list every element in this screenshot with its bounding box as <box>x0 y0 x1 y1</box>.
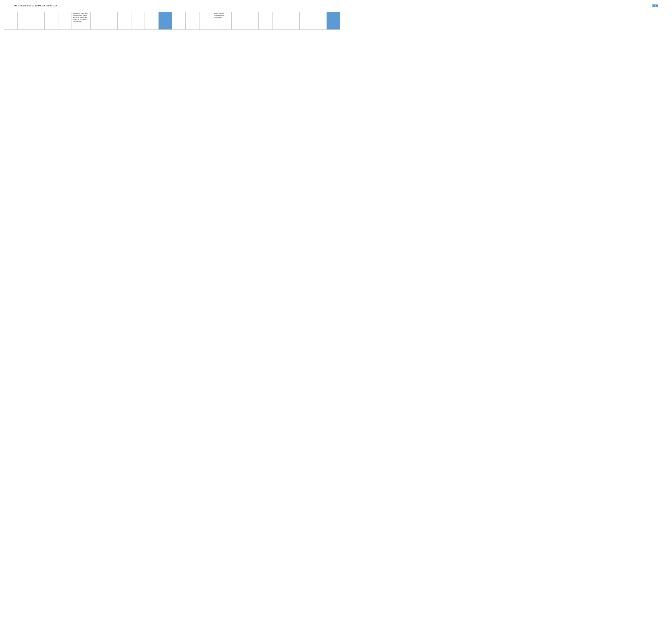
table-cell <box>313 12 327 30</box>
table-cell <box>45 12 58 30</box>
table-cell <box>199 12 213 30</box>
table-cell: incorporate some more functionalities, w… <box>72 12 90 30</box>
table-cell <box>327 12 340 30</box>
table-cell <box>299 12 313 30</box>
table-cell <box>159 12 172 30</box>
page-number-badge: 3 <box>652 4 658 7</box>
table-cell <box>172 12 186 30</box>
table-cell: create financial pressure on the organiz… <box>213 12 232 30</box>
table-cell <box>17 12 31 30</box>
table-cell <box>186 12 199 30</box>
table-cell <box>31 12 45 30</box>
table-cell <box>118 12 131 30</box>
table-container: incorporate some more functionalities, w… <box>4 12 668 30</box>
page-title: CASE STUDY: OUR LANGUAGE IS IMPORTANT <box>14 5 57 7</box>
table-cell <box>272 12 286 30</box>
table-cell <box>4 12 17 30</box>
table-row: incorporate some more functionalities, w… <box>4 12 668 30</box>
table-cell <box>232 12 245 30</box>
table-cell <box>259 12 272 30</box>
table-cell <box>131 12 145 30</box>
table-cell <box>104 12 118 30</box>
table-cell <box>145 12 159 30</box>
table-cell <box>58 12 72 30</box>
table-cell <box>245 12 259 30</box>
table-cell <box>286 12 299 30</box>
table-cell <box>90 12 104 30</box>
page-header: CASE STUDY: OUR LANGUAGE IS IMPORTANT 3 <box>14 4 658 7</box>
